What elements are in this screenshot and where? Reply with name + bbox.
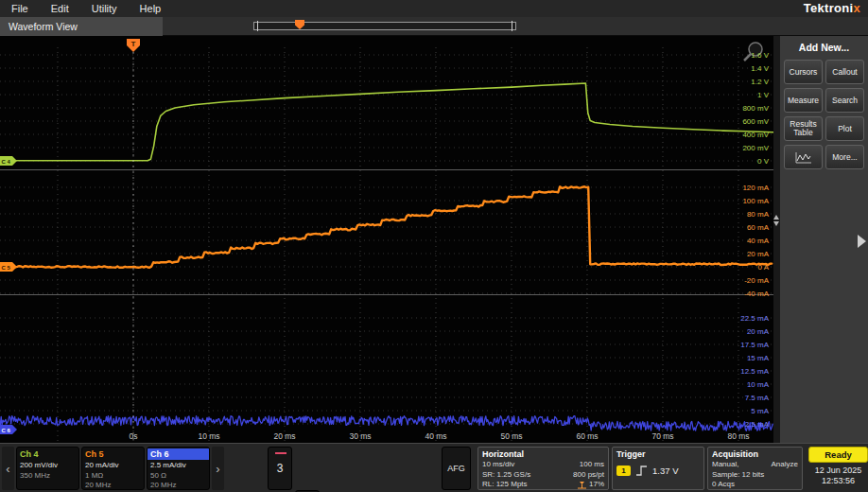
acq-analyze: Analyze — [772, 460, 798, 470]
horizontal-position-icon — [577, 481, 587, 489]
ch5-axis-label: -40 mA — [744, 290, 769, 298]
ch6-axis-label: 2.5 mA — [745, 420, 770, 429]
callout-button[interactable]: Callout — [825, 60, 864, 84]
ch6-axis-label: 17.5 mA — [740, 341, 769, 349]
time-axis-label: 0s — [130, 431, 138, 441]
minimap-right-tick — [512, 21, 512, 31]
sidebar-title: Add New... — [784, 42, 864, 53]
menu-file[interactable]: File — [11, 3, 28, 14]
record-duration: 100 ms — [580, 460, 604, 470]
tab-waveform-view[interactable]: Waveform View — [0, 17, 163, 36]
channel-name: Ch 5 — [82, 448, 144, 460]
ready-button[interactable]: Ready — [808, 447, 868, 463]
panel-expand-icon[interactable] — [858, 235, 866, 248]
ch6-axis-label: 5 mA — [751, 407, 769, 415]
time-axis-label: 80 ms — [727, 431, 749, 441]
chevron-left-icon[interactable]: ‹ — [2, 447, 14, 490]
plot-button[interactable]: Plot — [825, 116, 864, 141]
ch6-axis-label: 22.5 mA — [740, 314, 769, 323]
ch6-axis-label: 12.5 mA — [740, 367, 769, 376]
sample-period: 800 ps/pt — [573, 470, 604, 481]
menu-utility[interactable]: Utility — [92, 3, 117, 14]
ch5-axis-label: -20 mA — [744, 276, 769, 285]
time-axis-label: 50 ms — [500, 431, 522, 441]
channel-name: Ch 6 — [148, 448, 209, 460]
ch4-axis-label: 1.2 V — [751, 78, 769, 86]
horizontal-position-value: 17% — [589, 480, 604, 490]
chart-tool-button[interactable] — [784, 145, 823, 169]
channel-color-dash — [275, 452, 286, 454]
ch5-axis-label: 100 mA — [742, 197, 769, 205]
afg-button[interactable]: AFG — [442, 447, 471, 490]
measure-button[interactable]: Measure — [784, 88, 823, 113]
channel-bandwidth: 350 MHz — [20, 471, 76, 482]
ch5-axis-label: 40 mA — [747, 237, 770, 245]
search-button[interactable]: Search — [825, 88, 864, 113]
status-date: 12 Jun 2025 — [808, 466, 868, 476]
trigger-position-marker[interactable] — [295, 20, 304, 29]
ch4-axis-label: 800 mV — [742, 104, 769, 113]
svg-text:C 5: C 5 — [2, 265, 11, 271]
time-axis-label: 30 ms — [349, 431, 371, 441]
record-length: RL: 125 Mpts — [482, 480, 528, 490]
channel-impedance: 1 MΩ — [85, 471, 141, 482]
sample-rate: SR: 1.25 GS/s — [482, 470, 530, 481]
tektronix-logo: Tektronix — [804, 1, 860, 15]
time-axis-label: 60 ms — [576, 431, 598, 441]
channel-bandwidth: 20 MHz — [150, 481, 206, 490]
menu-help[interactable]: Help — [140, 3, 162, 14]
channel-scale: 20 mA/div — [85, 461, 141, 471]
acquisition-title: Acquisition — [712, 448, 798, 460]
channel-badge-ch6[interactable]: Ch 6 2.5 mA/div 50 Ω 20 MHz — [147, 447, 210, 490]
ch5-axis-label: 60 mA — [747, 223, 770, 232]
ch4-axis-label: 600 mV — [742, 117, 769, 126]
ch6-axis-label: 15 mA — [747, 354, 770, 362]
status-time: 12:53:56 — [808, 476, 868, 486]
results-table-button[interactable]: Results Table — [784, 116, 823, 141]
waveform-display[interactable]: T1.6 V1.4 V1.2 V1 V800 mV600 mV400 mV200… — [0, 36, 773, 443]
plot-background — [0, 36, 773, 443]
channel-badge-ch5[interactable]: Ch 5 20 mA/div 1 MΩ 20 MHz — [81, 447, 145, 490]
record-view-minimap[interactable] — [253, 22, 516, 30]
ch6-axis-label: 10 mA — [747, 380, 770, 389]
trigger-level: 1.37 V — [652, 466, 678, 476]
status-block: Ready 12 Jun 2025 12:53:56 — [808, 447, 868, 490]
time-axis-label: 20 ms — [273, 431, 295, 441]
ch6-axis-label: 20 mA — [747, 327, 770, 336]
scroll-up-icon[interactable] — [773, 212, 779, 220]
trigger-source-badge: 1 — [616, 466, 631, 476]
ch4-axis-label: 1.4 V — [751, 64, 769, 73]
time-axis-label: 70 ms — [651, 431, 673, 441]
ch4-axis-label: 1.6 V — [751, 51, 769, 60]
minimap-left-tick — [257, 21, 258, 31]
chevron-right-icon[interactable]: › — [212, 447, 224, 490]
channel-name: Ch 4 — [17, 448, 78, 460]
acquisition-panel[interactable]: Acquisition Manual,Analyze Sample: 12 bi… — [707, 447, 803, 490]
svg-text:C 6: C 6 — [2, 428, 11, 433]
settings-bar: ‹ Ch 4 200 mV/div 350 MHz Ch 5 20 mA/div… — [0, 443, 868, 492]
acq-sample-bits: Sample: 12 bits — [712, 470, 764, 481]
ch5-axis-label: 80 mA — [747, 210, 770, 219]
menu-edit[interactable]: Edit — [51, 3, 69, 14]
channel-scale: 200 mV/div — [20, 461, 76, 471]
channel-button-3[interactable]: 3 — [268, 447, 292, 490]
horizontal-panel[interactable]: Horizontal 10 ms/div100 ms SR: 1.25 GS/s… — [477, 447, 609, 490]
more-button[interactable]: More... — [825, 145, 864, 169]
horizontal-scale: 10 ms/div — [482, 460, 514, 470]
trigger-panel[interactable]: Trigger 1 1.37 V — [612, 447, 704, 490]
ch5-axis-label: 0 A — [757, 263, 769, 272]
vertical-scrollbar[interactable] — [773, 36, 780, 443]
ch4-axis-label: 1 V — [757, 91, 770, 99]
acq-mode: Manual, — [712, 460, 738, 470]
cursors-button[interactable]: Cursors — [784, 60, 823, 84]
channel-impedance: 50 Ω — [150, 471, 206, 482]
sidebar-button-grid: Cursors Callout Measure Search Results T… — [784, 60, 868, 173]
svg-text:C 4: C 4 — [2, 159, 11, 165]
ch5-axis-label: 20 mA — [747, 250, 770, 258]
ch4-axis-label: 400 mV — [742, 131, 769, 139]
channel-bandwidth: 20 MHz — [85, 481, 141, 490]
time-axis-label: 10 ms — [198, 431, 219, 441]
channel-scale: 2.5 mA/div — [150, 461, 206, 471]
scroll-down-icon[interactable] — [773, 221, 779, 229]
channel-badge-ch4[interactable]: Ch 4 200 mV/div 350 MHz — [16, 447, 79, 490]
